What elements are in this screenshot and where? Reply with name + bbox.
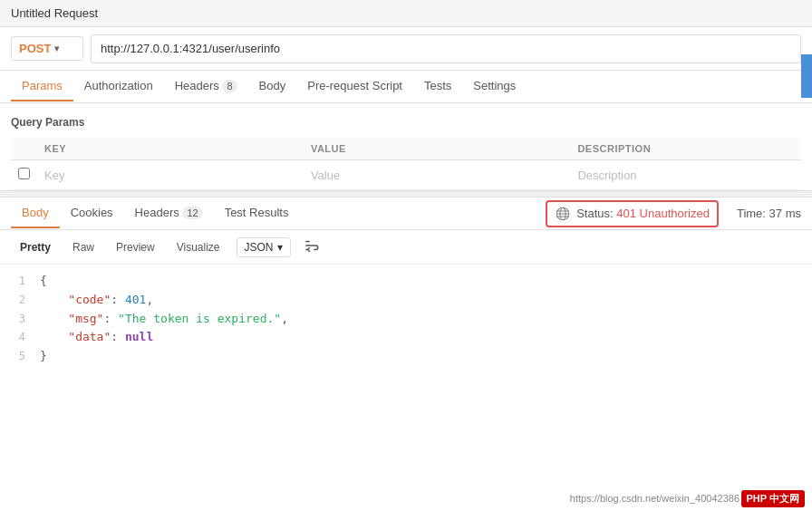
tab-pre-request[interactable]: Pre-request Script [296,72,413,101]
fmt-preview-btn[interactable]: Preview [107,237,164,257]
fmt-raw-btn[interactable]: Raw [63,237,103,257]
php-badge: PHP 中文网 [741,490,805,507]
status-label: Status: 401 Unauthorized [576,207,710,220]
code-line-2: 2 "code": 401, [11,291,801,310]
response-tabs: Body Cookies Headers 12 Test Results [11,198,546,228]
tab-settings[interactable]: Settings [462,72,527,101]
tab-tests[interactable]: Tests [413,72,462,101]
table-row: Key Value Description [11,160,801,190]
response-section: Body Cookies Headers 12 Test Results [0,198,812,373]
response-tabs-row: Body Cookies Headers 12 Test Results [0,198,812,230]
param-description[interactable]: Description [570,160,801,190]
globe-icon [555,206,571,222]
tab-body[interactable]: Body [248,72,297,101]
tab-headers[interactable]: Headers 8 [164,72,248,101]
fmt-pretty-btn[interactable]: Pretty [11,237,60,257]
tab-authorization[interactable]: Authorization [73,72,164,101]
code-line-4: 4 "data": null [11,328,801,347]
params-section: Query Params KEY VALUE DESCRIPTION Key V… [0,103,812,190]
status-code: 401 Unauthorized [616,207,710,220]
format-bar: Pretty Raw Preview Visualize JSON ▾ [0,230,812,265]
query-params-title: Query Params [11,111,801,134]
col-value-header: VALUE [304,138,571,160]
method-label: POST [19,42,51,55]
title-bar: Untitled Request [0,0,812,27]
response-time: Time: 37 ms [737,207,801,220]
tab-params[interactable]: Params [11,72,73,101]
params-table: KEY VALUE DESCRIPTION Key Value Descript… [11,138,801,190]
section-divider [0,190,812,198]
method-select[interactable]: POST ▾ [11,36,83,61]
param-value[interactable]: Value [304,160,571,190]
resp-tab-test-results[interactable]: Test Results [214,198,300,228]
row-checkbox[interactable] [18,168,30,179]
format-select[interactable]: JSON ▾ [237,237,291,257]
response-body-code: 1 { 2 "code": 401, 3 "msg": "The token i… [0,265,812,373]
page-title: Untitled Request [11,6,98,20]
col-desc-header: DESCRIPTION [570,138,801,160]
resp-tab-body[interactable]: Body [11,198,60,228]
resp-tab-cookies[interactable]: Cookies [60,198,124,228]
param-key[interactable]: Key [37,160,304,190]
code-line-5: 5 } [11,347,801,366]
headers-badge: 8 [222,80,237,92]
chevron-down-icon: ▾ [277,241,283,254]
code-line-1: 1 { [11,272,801,291]
watermark: https://blog.csdn.net/weixin_40042386 [570,493,740,504]
send-button[interactable] [801,54,812,98]
code-line-3: 3 "msg": "The token is expired.", [11,310,801,329]
fmt-visualize-btn[interactable]: Visualize [168,237,229,257]
resp-headers-badge: 12 [182,207,202,219]
format-label: JSON [245,241,274,254]
chevron-down-icon: ▾ [54,43,59,53]
wrap-button[interactable] [298,234,325,261]
url-bar: POST ▾ [0,27,812,71]
response-status-badge: Status: 401 Unauthorized [546,200,719,227]
url-input[interactable] [91,34,801,63]
col-key-header: KEY [37,138,304,160]
request-tabs: Params Authorization Headers 8 Body Pre-… [0,71,812,103]
resp-tab-headers[interactable]: Headers 12 [124,198,214,228]
